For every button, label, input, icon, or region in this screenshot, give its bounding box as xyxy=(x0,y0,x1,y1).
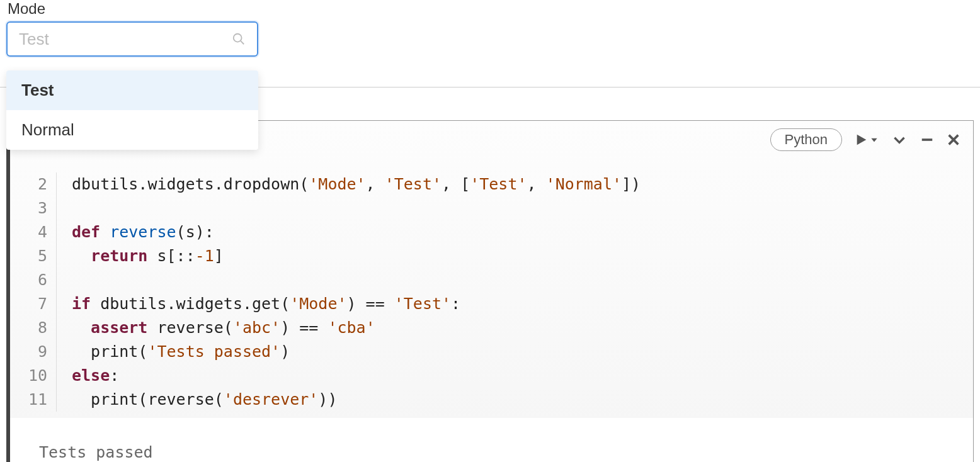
code-line: return s[::-1] xyxy=(72,244,973,268)
line-gutter: 2 3 4 5 6 7 8 9 10 11 xyxy=(10,172,57,412)
code-line xyxy=(72,196,973,220)
cell-toolbar: Python xyxy=(770,128,961,151)
collapse-button[interactable] xyxy=(891,132,908,148)
line-number: 8 xyxy=(10,316,47,340)
code-line: if dbutils.widgets.get('Mode') == 'Test'… xyxy=(72,292,973,316)
svg-line-1 xyxy=(241,41,244,44)
svg-point-0 xyxy=(234,34,242,42)
code-line: dbutils.widgets.dropdown('Mode', 'Test',… xyxy=(72,172,973,196)
widget-panel: Mode Test Normal xyxy=(0,0,980,67)
mode-dropdown-options: Test Normal xyxy=(6,70,258,150)
line-number: 9 xyxy=(10,340,47,364)
line-number: 6 xyxy=(10,268,47,292)
code-line: assert reverse('abc') == 'cba' xyxy=(72,316,973,340)
code-line: print(reverse('desrever')) xyxy=(72,388,973,412)
caret-down-icon xyxy=(870,135,879,144)
code-content[interactable]: dbutils.widgets.dropdown('Mode', 'Test',… xyxy=(57,172,973,412)
notebook-cell: Python 2 3 4 5 6 7 8 9 10 11 dbutils.wid… xyxy=(6,120,974,462)
widget-label: Mode xyxy=(8,0,974,18)
svg-marker-3 xyxy=(871,138,877,142)
dropdown-option-normal[interactable]: Normal xyxy=(6,110,258,150)
code-line: else: xyxy=(72,364,973,388)
svg-marker-2 xyxy=(857,135,867,145)
mode-search-input[interactable] xyxy=(19,30,232,49)
chevron-down-icon xyxy=(891,132,908,148)
minimize-button[interactable] xyxy=(920,133,934,147)
line-number: 4 xyxy=(10,220,47,244)
minus-icon xyxy=(920,133,934,147)
line-number: 5 xyxy=(10,244,47,268)
line-number: 11 xyxy=(10,388,47,412)
language-selector[interactable]: Python xyxy=(770,128,843,151)
cell-output: Tests passed xyxy=(10,418,973,462)
delete-cell-button[interactable] xyxy=(947,133,960,147)
mode-dropdown-input[interactable] xyxy=(6,21,258,57)
search-icon xyxy=(232,32,246,46)
dropdown-option-test[interactable]: Test xyxy=(6,70,258,110)
code-line: print('Tests passed') xyxy=(72,340,973,364)
code-line: def reverse(s): xyxy=(72,220,973,244)
code-line xyxy=(72,268,973,292)
line-number: 3 xyxy=(10,196,47,220)
run-button[interactable] xyxy=(855,133,879,147)
line-number: 7 xyxy=(10,292,47,316)
line-number: 10 xyxy=(10,364,47,388)
close-icon xyxy=(947,133,960,147)
line-number: 2 xyxy=(10,172,47,196)
play-icon xyxy=(855,133,869,147)
code-editor[interactable]: 2 3 4 5 6 7 8 9 10 11 dbutils.widgets.dr… xyxy=(10,121,973,418)
